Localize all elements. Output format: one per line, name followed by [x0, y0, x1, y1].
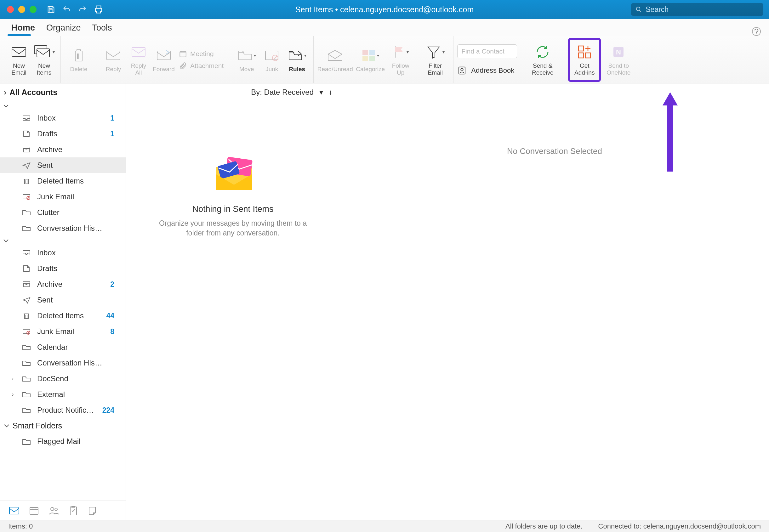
folder-type-icon	[22, 343, 31, 351]
fullscreen-window-button[interactable]	[30, 6, 37, 13]
svg-rect-21	[579, 53, 584, 58]
folder-clutter[interactable]: Clutter	[0, 205, 126, 220]
address-book-button[interactable]: Address Book	[457, 66, 517, 75]
folder-drafts[interactable]: Drafts1	[0, 126, 126, 142]
svg-rect-6	[37, 49, 49, 57]
folder-archive[interactable]: Archive2	[0, 276, 126, 292]
find-contact-input[interactable]: Find a Contact	[457, 44, 517, 58]
smart-folders-header[interactable]: Smart Folders	[0, 418, 126, 433]
undo-icon[interactable]	[62, 5, 71, 14]
svg-rect-0	[49, 7, 52, 8]
chevron-right-icon: ›	[12, 392, 14, 397]
read-unread-button[interactable]: Read/Unread	[317, 41, 353, 79]
print-icon[interactable]	[94, 5, 103, 14]
folder-move-icon	[237, 49, 252, 62]
new-items-button[interactable]: ▾ New Items	[31, 41, 57, 79]
get-addins-button[interactable]: Get Add-ins	[572, 41, 597, 79]
reply-all-button[interactable]: Reply All	[126, 41, 151, 79]
folder-docsend[interactable]: ›DocSend	[0, 371, 126, 387]
sort-direction-icon[interactable]: ↓	[329, 88, 332, 96]
tab-home[interactable]: Home	[6, 20, 41, 36]
folder-inbox[interactable]: Inbox1	[0, 110, 126, 126]
forward-button[interactable]: Forward	[151, 41, 176, 79]
filter-email-button[interactable]: ▾ Filter Email	[421, 41, 450, 79]
tab-organize[interactable]: Organize	[41, 20, 87, 36]
folder-sent[interactable]: Sent	[0, 292, 126, 308]
folder-deleted-items[interactable]: Deleted Items44	[0, 308, 126, 324]
funnel-icon	[426, 45, 441, 59]
rules-icon	[288, 49, 303, 62]
nav-mail-icon[interactable]	[9, 506, 20, 515]
global-search[interactable]	[631, 3, 763, 16]
rules-button[interactable]: ▾ Rules	[284, 41, 309, 79]
search-icon	[636, 6, 642, 13]
folder-sent[interactable]: Sent	[0, 157, 126, 173]
tab-tools[interactable]: Tools	[87, 20, 118, 36]
folder-product-notific-[interactable]: Product Notific…224	[0, 402, 126, 418]
minimize-window-button[interactable]	[18, 6, 25, 13]
delete-button[interactable]: Delete	[65, 41, 93, 79]
list-sort-header[interactable]: By: Date Received ▾ ↓	[126, 83, 340, 101]
svg-text:N: N	[616, 48, 621, 56]
svg-rect-10	[157, 51, 170, 60]
svg-rect-31	[24, 283, 29, 287]
nav-tasks-icon[interactable]	[69, 506, 78, 516]
folder-external[interactable]: ›External	[0, 387, 126, 402]
send-receive-button[interactable]: Send & Receive	[525, 41, 560, 79]
folder-flagged-mail[interactable]: Flagged Mail	[0, 433, 126, 449]
svg-rect-9	[132, 48, 145, 56]
folder-conversation-history[interactable]: Conversation History	[0, 355, 126, 371]
folder-type-icon	[22, 265, 31, 272]
empty-subtitle: Organize your messages by moving them to…	[151, 218, 315, 238]
svg-rect-17	[369, 56, 375, 61]
svg-rect-15	[369, 50, 375, 55]
folder-deleted-items[interactable]: Deleted Items	[0, 173, 126, 189]
no-conversation-label: No Conversation Selected	[507, 146, 602, 156]
chevron-right-icon: ›	[4, 88, 6, 97]
address-book-icon	[457, 66, 467, 75]
reply-button[interactable]: Reply	[101, 41, 126, 79]
folder-conversation-history[interactable]: Conversation History	[0, 220, 126, 236]
folder-drafts[interactable]: Drafts	[0, 261, 126, 276]
folder-type-icon	[22, 209, 31, 216]
folder-calendar[interactable]: Calendar	[0, 339, 126, 355]
account2-collapse[interactable]	[0, 236, 126, 245]
help-icon[interactable]: ?	[752, 27, 761, 36]
ribbon: New Email ▾ New Items Delete Reply Reply…	[0, 36, 769, 83]
chevron-down-icon	[4, 424, 9, 428]
svg-rect-8	[107, 51, 120, 60]
folder-archive[interactable]: Archive	[0, 142, 126, 157]
sync-icon	[535, 44, 551, 60]
nav-people-icon[interactable]	[48, 506, 59, 515]
redo-icon[interactable]	[78, 5, 87, 14]
all-accounts-header[interactable]: › All Accounts	[0, 83, 126, 101]
nav-calendar-icon[interactable]	[29, 506, 39, 515]
junk-button[interactable]: Junk	[259, 41, 284, 79]
reply-icon	[106, 50, 121, 61]
new-email-button[interactable]: New Email	[6, 41, 31, 79]
close-window-button[interactable]	[7, 6, 14, 13]
send-to-onenote-button[interactable]: N Send to OneNote	[601, 41, 636, 79]
svg-rect-27	[25, 179, 28, 184]
folder-junk-email[interactable]: Junk Email8	[0, 324, 126, 339]
meeting-button[interactable]: Meeting	[179, 50, 223, 58]
follow-up-button[interactable]: ▾ Follow Up	[388, 41, 413, 79]
svg-rect-16	[362, 56, 368, 61]
chevron-down-icon	[3, 239, 9, 243]
reply-all-icon	[131, 46, 146, 58]
search-input[interactable]	[645, 5, 759, 14]
quick-access-toolbar	[47, 5, 103, 14]
envelope-icon	[11, 46, 27, 58]
categorize-button[interactable]: ▾ Categorize	[353, 41, 388, 79]
categorize-icon	[362, 49, 376, 62]
ribbon-tabs: Home Organize Tools ?	[0, 19, 769, 36]
attachment-button[interactable]: Attachment	[179, 62, 223, 70]
account1-collapse[interactable]	[0, 101, 126, 110]
nav-notes-icon[interactable]	[88, 506, 97, 515]
junk-icon	[264, 49, 279, 62]
svg-rect-4	[12, 48, 26, 56]
folder-junk-email[interactable]: Junk Email	[0, 189, 126, 205]
save-icon[interactable]	[47, 5, 55, 14]
move-button[interactable]: ▾ Move	[234, 41, 259, 79]
folder-inbox[interactable]: Inbox	[0, 245, 126, 261]
